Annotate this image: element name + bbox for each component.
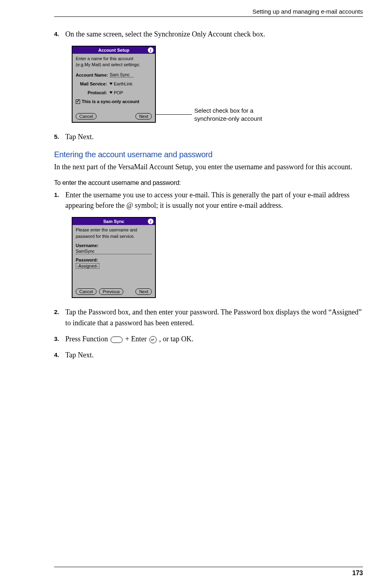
mail-service-row: Mail Service: EarthLink [76,81,152,86]
instruction-text-2: (e.g.My Mail) and select settings: [76,62,152,67]
sync-only-checkbox[interactable] [76,99,80,104]
page-number: 173 [352,570,363,577]
sync-only-label: This is a sync-only account [82,99,139,104]
protocol-value[interactable]: POP [114,90,123,95]
password-input[interactable]: -Assigned- [76,263,99,269]
step-text: Tap Next. [65,132,363,142]
enter-step-3: 3. Press Function + Enter ↵ , or tap OK. [54,334,363,344]
enter-step-2: 2. Tap the Password box, and then enter … [54,307,363,328]
username-block: Username: SamSync [76,243,152,254]
username-input[interactable]: SamSync [76,249,152,254]
page-header: Setting up and managing e-mail accounts [54,8,363,17]
dropdown-arrow-icon[interactable] [109,91,113,94]
figure-account-setup: Account Setup i Enter a name for this ac… [72,46,363,123]
enter-step-1: 1. Enter the username you use to access … [54,190,363,211]
account-name-input[interactable]: Sam Sync [110,72,134,77]
step-text: On the same screen, select the Synchroni… [65,29,363,39]
figure-username: Sam Sync i Please enter the username and… [72,217,363,298]
protocol-row: Protocol: POP [76,90,152,95]
palm-title: Sam Sync [80,219,148,224]
info-icon[interactable]: i [148,47,153,53]
step-text: Enter the username you use to access you… [65,190,363,211]
step-4: 4. On the same screen, select the Synchr… [54,29,363,39]
section-heading: Entering the account username and passwo… [54,150,363,159]
callout: Select check box for a synchronize-only … [156,107,282,122]
dropdown-arrow-icon[interactable] [109,83,113,85]
step-number: 1. [54,191,65,199]
account-name-row: Account Name: Sam Sync [76,72,152,77]
function-key-icon [111,337,123,343]
step-number: 5. [54,132,65,141]
step3-text-a: Press Function [65,335,110,343]
sub-heading: To enter the account username and passwo… [54,179,363,187]
step3-text-b: + Enter [125,335,149,343]
instruction-text: Enter a name for this account [76,56,152,61]
password-block: Password: -Assigned- [76,258,152,269]
username-label: Username: [76,243,152,248]
cancel-button[interactable]: Cancel [76,113,97,120]
palm-body: Enter a name for this account (e.g.My Ma… [73,54,155,122]
palm-screen-account-setup: Account Setup i Enter a name for this ac… [72,46,156,123]
enter-key-icon: ↵ [149,336,157,343]
sync-only-row: This is a sync-only account [76,99,152,104]
callout-line [156,114,192,115]
step-number: 3. [54,335,65,343]
info-icon[interactable]: i [148,219,153,224]
body-paragraph: In the next part of the VersaMail Accoun… [54,162,363,172]
enter-step-4: 4. Tap Next. [54,350,363,360]
footer-rule [54,567,363,567]
section-title: Setting up and managing e-mail accounts [252,8,363,15]
button-row: Cancel Previous Next [76,284,152,295]
instruction-text-2: password for this mail service. [76,234,152,239]
protocol-label: Protocol: [76,90,107,95]
step-number: 4. [54,351,65,359]
step-5: 5. Tap Next. [54,132,363,142]
palm-titlebar: Account Setup i [73,47,155,54]
step-text: Tap the Password box, and then enter you… [65,307,363,328]
step-number: 2. [54,308,65,316]
button-row: Cancel Next [76,109,152,120]
step-number: 4. [54,30,65,39]
account-name-label: Account Name: [76,73,108,77]
password-label: Password: [76,258,152,262]
palm-body: Please enter the username and password f… [73,225,155,297]
mail-service-value[interactable]: EarthLink [114,81,132,86]
palm-titlebar: Sam Sync i [73,218,155,225]
step-text: Tap Next. [65,350,363,360]
step-text: Press Function + Enter ↵ , or tap OK. [65,334,363,344]
step3-text-c: , or tap OK. [159,335,193,343]
palm-screen-username: Sam Sync i Please enter the username and… [72,217,156,298]
instruction-text: Please enter the username and [76,227,152,233]
mail-service-label: Mail Service: [76,81,107,86]
cancel-button[interactable]: Cancel [76,288,97,295]
previous-button[interactable]: Previous [99,288,123,295]
callout-text: Select check box for a synchronize-only … [194,107,282,122]
palm-title: Account Setup [80,48,148,53]
next-button[interactable]: Next [135,288,152,295]
next-button[interactable]: Next [135,113,152,120]
